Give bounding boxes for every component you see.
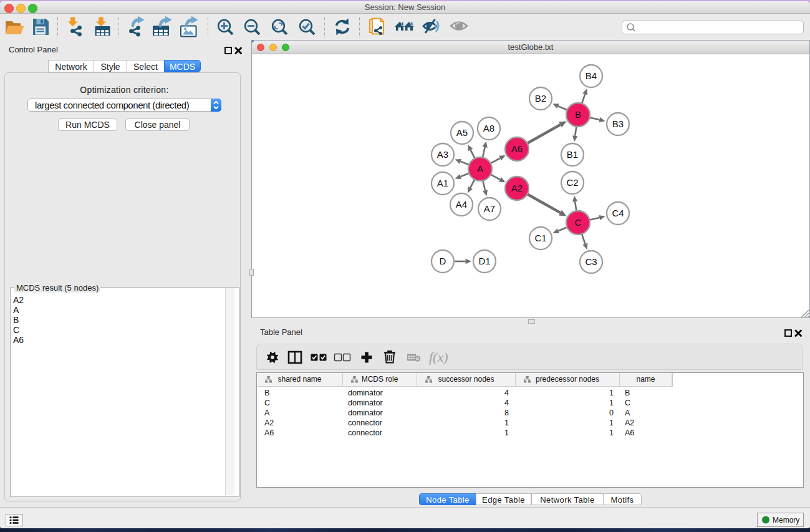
- svg-text:A8: A8: [483, 123, 494, 133]
- svg-text:A7: A7: [484, 203, 495, 214]
- svg-text:A: A: [477, 163, 483, 174]
- svg-text:D: D: [440, 256, 446, 266]
- svg-text:D1: D1: [478, 256, 490, 266]
- svg-text:C4: C4: [612, 208, 624, 218]
- svg-text:A4: A4: [456, 199, 467, 210]
- svg-text:A2: A2: [511, 183, 523, 193]
- svg-text:A3: A3: [437, 149, 448, 160]
- svg-text:C2: C2: [566, 177, 578, 188]
- svg-text:C: C: [575, 217, 582, 228]
- svg-text:Memory: Memory: [773, 516, 799, 525]
- svg-text:B1: B1: [567, 149, 578, 160]
- svg-text:B3: B3: [612, 118, 624, 129]
- svg-text:A6: A6: [511, 143, 523, 154]
- svg-text:B4: B4: [586, 70, 597, 81]
- svg-text:C1: C1: [534, 233, 546, 243]
- svg-text:C3: C3: [585, 256, 597, 267]
- svg-text:B: B: [575, 109, 581, 120]
- svg-text:f(x): f(x): [429, 349, 448, 365]
- svg-text:B2: B2: [535, 93, 546, 104]
- svg-text:A1: A1: [437, 178, 448, 188]
- svg-text:A5: A5: [456, 127, 468, 138]
